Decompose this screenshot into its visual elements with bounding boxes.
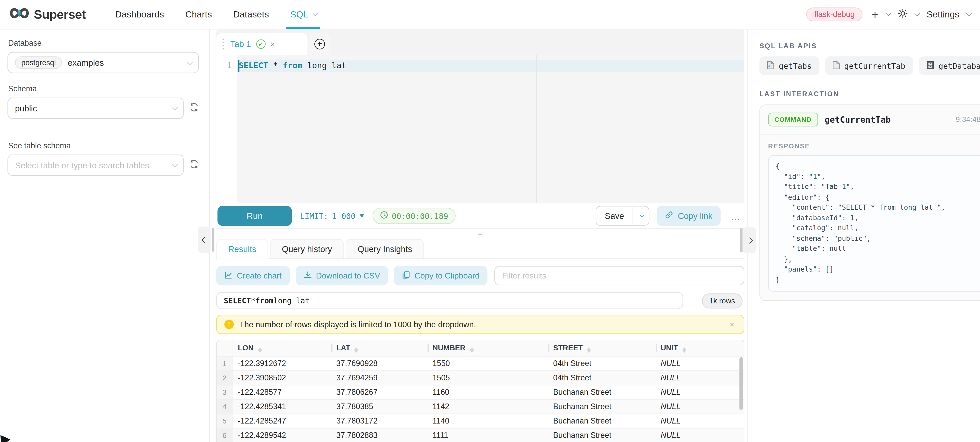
settings-menu[interactable]: Settings [927, 10, 970, 19]
theme-menu[interactable] [898, 8, 918, 20]
chevron-right-icon [746, 237, 752, 243]
sidebar-divider [7, 131, 201, 131]
plus-icon: + [872, 8, 878, 20]
apis-heading: SQL LAB APIS [759, 42, 980, 49]
chevron-down-icon [313, 11, 318, 16]
query-preview-row: SELECT * from long_lat 1k rows [216, 292, 745, 309]
sort-icon[interactable] [470, 347, 474, 353]
results-tabbar: Results Query history Query Insights [216, 239, 745, 259]
save-options-caret[interactable] [633, 206, 649, 225]
database-value: examples [68, 58, 104, 67]
table-row[interactable]: 2 -122.3908502 37.7694259 1505 04th Stre… [217, 370, 744, 385]
table-row[interactable]: 6 -122.4289542 37.7802883 1111 Buchanan … [217, 428, 744, 442]
limit-dropdown[interactable]: LIMIT:1 000 [300, 211, 364, 221]
success-check-icon: ✓ [256, 40, 266, 49]
col-header-lat[interactable]: LAT [331, 340, 428, 356]
file-icon [767, 60, 774, 71]
chevron-down-icon [187, 59, 193, 65]
editor-tab-1[interactable]: Tab 1 ✓ × [216, 33, 307, 55]
interaction-timestamp: 9:34:48 AM [956, 115, 980, 124]
superset-sql-lab: Superset Dashboards Charts Datasets SQL … [0, 0, 980, 442]
run-button[interactable]: Run [218, 206, 292, 226]
environment-badge: flask-debug [806, 8, 863, 21]
tab-results[interactable]: Results [216, 239, 268, 258]
col-header-unit[interactable]: UNIT [655, 340, 744, 356]
refresh-icon[interactable] [189, 159, 199, 171]
nav-sql[interactable]: SQL [290, 0, 317, 29]
database-select[interactable]: postgresql examples [8, 52, 199, 73]
copy-clipboard-button[interactable]: Copy to Clipboard [394, 266, 488, 286]
sort-icon[interactable] [258, 347, 262, 353]
table-row[interactable]: 3 -122.428577 37.7806267 1160 Buchanan S… [217, 385, 744, 399]
collapse-right-panel-button[interactable] [743, 227, 756, 253]
table-row[interactable]: 5 -122.4285247 37.7803172 1140 Buchanan … [217, 413, 744, 428]
response-label: RESPONSE [768, 142, 980, 149]
close-icon[interactable]: × [728, 320, 736, 329]
nav-dashboards[interactable]: Dashboards [115, 0, 164, 29]
collapse-left-panel-button[interactable] [198, 227, 211, 252]
nav-datasets[interactable]: Datasets [233, 0, 269, 29]
table-header-row: LON LAT NUMBER STREET UNIT [217, 340, 744, 356]
interaction-body: RESPONSE { "id": "1", "title": "Tab 1", … [760, 134, 980, 300]
table-select[interactable] [8, 155, 184, 176]
column-resize-handle[interactable] [655, 344, 657, 352]
close-icon[interactable]: × [270, 40, 275, 48]
results-table-container: LON LAT NUMBER STREET UNIT 1 -122.391267… [216, 340, 745, 442]
download-csv-button[interactable]: Download to CSV [295, 266, 388, 286]
sql-editor[interactable]: 1 SELECT * from long_lat [216, 55, 745, 203]
last-interaction-heading: LAST INTERACTION [759, 90, 980, 97]
refresh-icon[interactable] [189, 102, 199, 114]
get-tabs-button[interactable]: getTabs [759, 56, 819, 75]
drag-handle-icon[interactable] [223, 39, 224, 50]
sort-icon[interactable] [355, 347, 358, 353]
copy-link-button[interactable]: Copy link [657, 206, 721, 226]
sql-code-line: SELECT * from long_lat [239, 61, 347, 70]
column-resize-handle[interactable] [428, 344, 429, 352]
pane-scrollbar[interactable] [212, 228, 214, 252]
col-header-number[interactable]: NUMBER [428, 340, 548, 356]
column-resize-handle[interactable] [548, 344, 549, 352]
sidebar-divider [7, 188, 201, 188]
results-actions: Create chart Download to CSV Copy to Cli… [216, 266, 745, 286]
create-chart-button[interactable]: Create chart [216, 266, 290, 286]
table-search-input[interactable] [8, 155, 183, 175]
sort-icon[interactable] [682, 347, 686, 353]
tab-query-insights[interactable]: Query Insights [346, 239, 424, 258]
sqllab-main: Tab 1 ✓ × + 1 SELECT * from long_lat Run [210, 30, 748, 442]
tab-query-history[interactable]: Query history [270, 239, 344, 258]
table-row[interactable]: 1 -122.3912672 37.7690928 1550 04th Stre… [217, 356, 744, 370]
column-resize-handle[interactable] [331, 344, 332, 352]
chart-icon [224, 271, 232, 281]
alert-message: The number of rows displayed is limited … [240, 320, 476, 329]
save-button[interactable]: Save [596, 206, 633, 225]
col-header-lon[interactable]: LON [232, 340, 331, 356]
plus-circle-icon: + [314, 39, 325, 49]
col-header-street[interactable]: STREET [548, 340, 655, 356]
get-databases-button[interactable]: getDatabases [918, 56, 980, 75]
new-item-menu[interactable]: + [872, 8, 889, 20]
chevron-left-icon [201, 236, 207, 243]
superset-logo[interactable]: Superset [10, 7, 86, 22]
clipboard-icon [402, 271, 410, 281]
navbar-right: flask-debug + Settings [806, 8, 970, 21]
schema-select[interactable]: public [8, 97, 184, 119]
vertical-scrollbar-thumb[interactable] [740, 357, 743, 410]
table-schema-field: See table schema [8, 141, 199, 176]
chevron-down-icon [640, 212, 645, 218]
chevron-down-icon [885, 11, 891, 16]
get-current-tab-button[interactable]: getCurrentTab [825, 56, 913, 75]
brand-name: Superset [34, 7, 86, 22]
pane-scrollbar[interactable] [740, 228, 742, 252]
schema-value: public [15, 104, 37, 113]
chevron-down-icon [966, 11, 972, 16]
chevron-down-icon [914, 11, 920, 16]
sqllab-left-sidebar: Database postgresql examples Schema publ… [0, 30, 210, 442]
sort-icon[interactable] [587, 347, 591, 353]
executed-query-preview[interactable]: SELECT * from long_lat [216, 292, 683, 309]
table-row[interactable]: 4 -122.4285341 37.780385 1142 Buchanan S… [217, 399, 744, 413]
add-tab-button[interactable]: + [310, 33, 330, 55]
filter-results-input[interactable] [495, 266, 745, 286]
more-actions-button[interactable]: … [728, 211, 743, 221]
pane-resize-handle[interactable]: ≡ [216, 229, 745, 239]
nav-charts[interactable]: Charts [185, 0, 212, 29]
